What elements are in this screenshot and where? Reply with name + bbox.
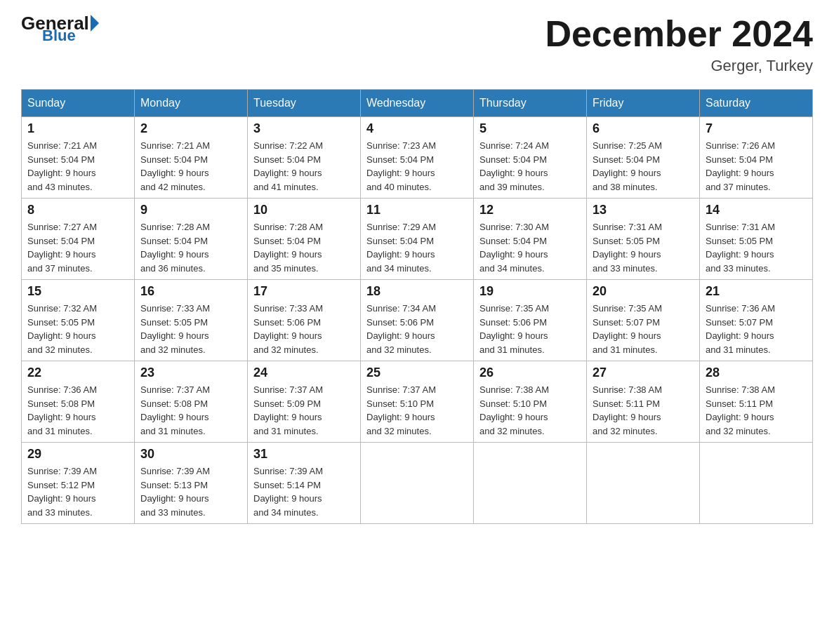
calendar-cell xyxy=(587,443,700,524)
day-info: Sunrise: 7:38 AM Sunset: 5:11 PM Dayligh… xyxy=(593,383,694,438)
day-number: 5 xyxy=(479,121,581,136)
day-number: 12 xyxy=(479,203,581,217)
calendar-cell: 19 Sunrise: 7:35 AM Sunset: 5:06 PM Dayl… xyxy=(474,280,587,361)
calendar-week-row: 1 Sunrise: 7:21 AM Sunset: 5:04 PM Dayli… xyxy=(22,117,813,199)
calendar-cell xyxy=(361,443,474,524)
day-number: 14 xyxy=(706,203,807,217)
calendar-cell: 26 Sunrise: 7:38 AM Sunset: 5:10 PM Dayl… xyxy=(474,361,587,443)
calendar-cell: 6 Sunrise: 7:25 AM Sunset: 5:04 PM Dayli… xyxy=(587,117,700,199)
day-info: Sunrise: 7:31 AM Sunset: 5:05 PM Dayligh… xyxy=(706,220,807,275)
day-number: 30 xyxy=(140,447,241,462)
day-info: Sunrise: 7:25 AM Sunset: 5:04 PM Dayligh… xyxy=(593,139,694,194)
month-title: December 2024 xyxy=(545,14,813,54)
calendar-cell: 22 Sunrise: 7:36 AM Sunset: 5:08 PM Dayl… xyxy=(22,361,135,443)
day-info: Sunrise: 7:22 AM Sunset: 5:04 PM Dayligh… xyxy=(253,139,355,194)
day-info: Sunrise: 7:39 AM Sunset: 5:14 PM Dayligh… xyxy=(253,464,355,519)
calendar-cell: 29 Sunrise: 7:39 AM Sunset: 5:12 PM Dayl… xyxy=(22,443,135,524)
day-info: Sunrise: 7:37 AM Sunset: 5:08 PM Dayligh… xyxy=(140,383,241,438)
calendar-header-friday: Friday xyxy=(587,90,700,117)
calendar-cell: 13 Sunrise: 7:31 AM Sunset: 5:05 PM Dayl… xyxy=(587,199,700,280)
day-info: Sunrise: 7:38 AM Sunset: 5:11 PM Dayligh… xyxy=(706,383,807,438)
logo: General Blue xyxy=(21,14,100,45)
day-number: 11 xyxy=(366,203,468,217)
day-info: Sunrise: 7:36 AM Sunset: 5:08 PM Dayligh… xyxy=(27,383,128,438)
day-number: 4 xyxy=(366,121,468,136)
day-number: 25 xyxy=(366,365,468,380)
day-info: Sunrise: 7:29 AM Sunset: 5:04 PM Dayligh… xyxy=(366,220,468,275)
day-number: 31 xyxy=(253,447,355,462)
day-info: Sunrise: 7:21 AM Sunset: 5:04 PM Dayligh… xyxy=(27,139,128,194)
day-number: 9 xyxy=(140,203,241,217)
calendar-cell: 21 Sunrise: 7:36 AM Sunset: 5:07 PM Dayl… xyxy=(700,280,813,361)
day-number: 8 xyxy=(27,203,128,217)
day-info: Sunrise: 7:33 AM Sunset: 5:05 PM Dayligh… xyxy=(140,302,241,356)
day-info: Sunrise: 7:35 AM Sunset: 5:06 PM Dayligh… xyxy=(479,302,581,356)
day-info: Sunrise: 7:39 AM Sunset: 5:12 PM Dayligh… xyxy=(27,464,128,519)
calendar-header-saturday: Saturday xyxy=(700,90,813,117)
day-info: Sunrise: 7:34 AM Sunset: 5:06 PM Dayligh… xyxy=(366,302,468,356)
day-number: 13 xyxy=(593,203,694,217)
calendar-table: SundayMondayTuesdayWednesdayThursdayFrid… xyxy=(21,89,813,524)
day-number: 29 xyxy=(27,447,128,462)
day-number: 10 xyxy=(253,203,355,217)
day-info: Sunrise: 7:39 AM Sunset: 5:13 PM Dayligh… xyxy=(140,464,241,519)
day-number: 24 xyxy=(253,365,355,380)
day-info: Sunrise: 7:28 AM Sunset: 5:04 PM Dayligh… xyxy=(253,220,355,275)
day-number: 23 xyxy=(140,365,241,380)
calendar-cell: 18 Sunrise: 7:34 AM Sunset: 5:06 PM Dayl… xyxy=(361,280,474,361)
day-info: Sunrise: 7:33 AM Sunset: 5:06 PM Dayligh… xyxy=(253,302,355,356)
calendar-cell: 9 Sunrise: 7:28 AM Sunset: 5:04 PM Dayli… xyxy=(135,199,248,280)
calendar-week-row: 8 Sunrise: 7:27 AM Sunset: 5:04 PM Dayli… xyxy=(22,199,813,280)
calendar-cell: 15 Sunrise: 7:32 AM Sunset: 5:05 PM Dayl… xyxy=(22,280,135,361)
logo-arrow-icon xyxy=(91,15,99,32)
calendar-cell: 4 Sunrise: 7:23 AM Sunset: 5:04 PM Dayli… xyxy=(361,117,474,199)
calendar-cell xyxy=(700,443,813,524)
calendar-cell: 20 Sunrise: 7:35 AM Sunset: 5:07 PM Dayl… xyxy=(587,280,700,361)
day-info: Sunrise: 7:30 AM Sunset: 5:04 PM Dayligh… xyxy=(479,220,581,275)
calendar-cell: 5 Sunrise: 7:24 AM Sunset: 5:04 PM Dayli… xyxy=(474,117,587,199)
day-number: 22 xyxy=(27,365,128,380)
calendar-cell: 27 Sunrise: 7:38 AM Sunset: 5:11 PM Dayl… xyxy=(587,361,700,443)
day-info: Sunrise: 7:31 AM Sunset: 5:05 PM Dayligh… xyxy=(593,220,694,275)
calendar-cell: 8 Sunrise: 7:27 AM Sunset: 5:04 PM Dayli… xyxy=(22,199,135,280)
calendar-week-row: 29 Sunrise: 7:39 AM Sunset: 5:12 PM Dayl… xyxy=(22,443,813,524)
day-info: Sunrise: 7:37 AM Sunset: 5:09 PM Dayligh… xyxy=(253,383,355,438)
calendar-cell: 10 Sunrise: 7:28 AM Sunset: 5:04 PM Dayl… xyxy=(248,199,361,280)
day-number: 27 xyxy=(593,365,694,380)
calendar-cell: 30 Sunrise: 7:39 AM Sunset: 5:13 PM Dayl… xyxy=(135,443,248,524)
calendar-header-monday: Monday xyxy=(135,90,248,117)
calendar-cell: 1 Sunrise: 7:21 AM Sunset: 5:04 PM Dayli… xyxy=(22,117,135,199)
calendar-header-wednesday: Wednesday xyxy=(361,90,474,117)
calendar-title-area: December 2024 Gerger, Turkey xyxy=(545,14,813,75)
calendar-cell: 25 Sunrise: 7:37 AM Sunset: 5:10 PM Dayl… xyxy=(361,361,474,443)
day-number: 3 xyxy=(253,121,355,136)
day-number: 28 xyxy=(706,365,807,380)
calendar-cell: 14 Sunrise: 7:31 AM Sunset: 5:05 PM Dayl… xyxy=(700,199,813,280)
day-number: 1 xyxy=(27,121,128,136)
calendar-header-sunday: Sunday xyxy=(22,90,135,117)
day-info: Sunrise: 7:32 AM Sunset: 5:05 PM Dayligh… xyxy=(27,302,128,356)
calendar-cell: 23 Sunrise: 7:37 AM Sunset: 5:08 PM Dayl… xyxy=(135,361,248,443)
day-number: 2 xyxy=(140,121,241,136)
calendar-header-thursday: Thursday xyxy=(474,90,587,117)
calendar-cell: 12 Sunrise: 7:30 AM Sunset: 5:04 PM Dayl… xyxy=(474,199,587,280)
calendar-cell: 11 Sunrise: 7:29 AM Sunset: 5:04 PM Dayl… xyxy=(361,199,474,280)
calendar-header-row: SundayMondayTuesdayWednesdayThursdayFrid… xyxy=(22,90,813,117)
calendar-cell: 3 Sunrise: 7:22 AM Sunset: 5:04 PM Dayli… xyxy=(248,117,361,199)
day-number: 16 xyxy=(140,284,241,299)
day-number: 19 xyxy=(479,284,581,299)
day-info: Sunrise: 7:27 AM Sunset: 5:04 PM Dayligh… xyxy=(27,220,128,275)
calendar-week-row: 15 Sunrise: 7:32 AM Sunset: 5:05 PM Dayl… xyxy=(22,280,813,361)
day-info: Sunrise: 7:36 AM Sunset: 5:07 PM Dayligh… xyxy=(706,302,807,356)
calendar-header-tuesday: Tuesday xyxy=(248,90,361,117)
calendar-cell xyxy=(474,443,587,524)
day-info: Sunrise: 7:38 AM Sunset: 5:10 PM Dayligh… xyxy=(479,383,581,438)
day-info: Sunrise: 7:26 AM Sunset: 5:04 PM Dayligh… xyxy=(706,139,807,194)
calendar-cell: 7 Sunrise: 7:26 AM Sunset: 5:04 PM Dayli… xyxy=(700,117,813,199)
calendar-cell: 24 Sunrise: 7:37 AM Sunset: 5:09 PM Dayl… xyxy=(248,361,361,443)
day-info: Sunrise: 7:28 AM Sunset: 5:04 PM Dayligh… xyxy=(140,220,241,275)
calendar-week-row: 22 Sunrise: 7:36 AM Sunset: 5:08 PM Dayl… xyxy=(22,361,813,443)
logo-blue-text: Blue xyxy=(42,27,76,45)
page-header: General Blue December 2024 Gerger, Turke… xyxy=(21,14,813,75)
day-number: 15 xyxy=(27,284,128,299)
